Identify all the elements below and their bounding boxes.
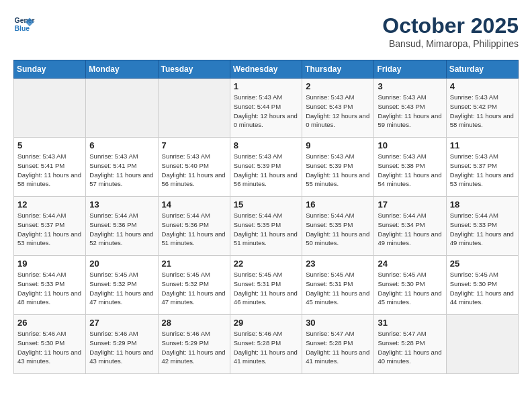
- calendar-table: SundayMondayTuesdayWednesdayThursdayFrid…: [13, 60, 519, 374]
- calendar-cell: 20Sunrise: 5:45 AMSunset: 5:32 PMDayligh…: [86, 256, 158, 315]
- day-number: 10: [378, 140, 442, 150]
- weekday-header-wednesday: Wednesday: [230, 60, 302, 79]
- cell-content: Sunrise: 5:46 AMSunset: 5:29 PMDaylight:…: [89, 329, 154, 366]
- day-number: 21: [162, 259, 226, 269]
- cell-content: Sunrise: 5:44 AMSunset: 5:36 PMDaylight:…: [89, 211, 154, 248]
- calendar-cell: 23Sunrise: 5:45 AMSunset: 5:31 PMDayligh…: [302, 256, 374, 315]
- calendar-cell: 21Sunrise: 5:45 AMSunset: 5:32 PMDayligh…: [158, 256, 230, 315]
- page-header: General Blue October 2025 Bansud, Mimaro…: [13, 13, 519, 49]
- cell-content: Sunrise: 5:47 AMSunset: 5:28 PMDaylight:…: [378, 329, 442, 366]
- day-number: 17: [378, 199, 442, 210]
- day-number: 25: [450, 259, 515, 269]
- logo-icon: General Blue: [13, 13, 35, 35]
- day-number: 31: [378, 318, 442, 328]
- day-number: 7: [162, 140, 226, 150]
- cell-content: Sunrise: 5:43 AMSunset: 5:39 PMDaylight:…: [306, 152, 370, 189]
- calendar-cell: 12Sunrise: 5:44 AMSunset: 5:37 PMDayligh…: [14, 197, 86, 256]
- title-block: October 2025 Bansud, Mimaropa, Philippin…: [382, 13, 519, 49]
- day-number: 11: [450, 140, 515, 150]
- weekday-header-sunday: Sunday: [14, 60, 86, 79]
- calendar-cell: 14Sunrise: 5:44 AMSunset: 5:36 PMDayligh…: [158, 197, 230, 256]
- day-number: 6: [89, 140, 154, 150]
- day-number: 22: [234, 259, 298, 269]
- calendar-cell: 4Sunrise: 5:43 AMSunset: 5:42 PMDaylight…: [446, 79, 518, 138]
- calendar-cell: 27Sunrise: 5:46 AMSunset: 5:29 PMDayligh…: [86, 315, 158, 374]
- day-number: 8: [234, 140, 298, 150]
- cell-content: Sunrise: 5:44 AMSunset: 5:33 PMDaylight:…: [17, 270, 82, 307]
- cell-content: Sunrise: 5:43 AMSunset: 5:40 PMDaylight:…: [162, 152, 226, 189]
- cell-content: Sunrise: 5:43 AMSunset: 5:44 PMDaylight:…: [234, 93, 298, 130]
- calendar-cell: 19Sunrise: 5:44 AMSunset: 5:33 PMDayligh…: [14, 256, 86, 315]
- cell-content: Sunrise: 5:43 AMSunset: 5:39 PMDaylight:…: [234, 152, 298, 189]
- calendar-cell: 1Sunrise: 5:43 AMSunset: 5:44 PMDaylight…: [230, 79, 302, 138]
- day-number: 5: [17, 140, 82, 150]
- month-title: October 2025: [382, 13, 519, 38]
- day-number: 20: [89, 259, 154, 269]
- weekday-header-monday: Monday: [86, 60, 158, 79]
- cell-content: Sunrise: 5:46 AMSunset: 5:29 PMDaylight:…: [162, 329, 226, 366]
- day-number: 2: [306, 81, 370, 91]
- calendar-cell: [14, 79, 86, 138]
- cell-content: Sunrise: 5:45 AMSunset: 5:31 PMDaylight:…: [234, 270, 298, 307]
- logo: General Blue: [13, 13, 35, 35]
- cell-content: Sunrise: 5:43 AMSunset: 5:37 PMDaylight:…: [450, 152, 515, 189]
- day-number: 19: [17, 259, 82, 269]
- calendar-cell: 29Sunrise: 5:46 AMSunset: 5:28 PMDayligh…: [230, 315, 302, 374]
- cell-content: Sunrise: 5:45 AMSunset: 5:30 PMDaylight:…: [450, 270, 515, 307]
- cell-content: Sunrise: 5:46 AMSunset: 5:30 PMDaylight:…: [17, 329, 82, 366]
- day-number: 23: [306, 259, 370, 269]
- calendar-cell: 6Sunrise: 5:43 AMSunset: 5:41 PMDaylight…: [86, 138, 158, 197]
- location-subtitle: Bansud, Mimaropa, Philippines: [382, 38, 519, 49]
- cell-content: Sunrise: 5:44 AMSunset: 5:33 PMDaylight:…: [450, 211, 515, 248]
- calendar-cell: 25Sunrise: 5:45 AMSunset: 5:30 PMDayligh…: [446, 256, 518, 315]
- weekday-header-friday: Friday: [374, 60, 446, 79]
- day-number: 12: [17, 199, 82, 210]
- calendar-cell: 22Sunrise: 5:45 AMSunset: 5:31 PMDayligh…: [230, 256, 302, 315]
- calendar-cell: 10Sunrise: 5:43 AMSunset: 5:38 PMDayligh…: [374, 138, 446, 197]
- day-number: 4: [450, 81, 515, 91]
- day-number: 24: [378, 259, 442, 269]
- calendar-cell: 7Sunrise: 5:43 AMSunset: 5:40 PMDaylight…: [158, 138, 230, 197]
- cell-content: Sunrise: 5:43 AMSunset: 5:41 PMDaylight:…: [89, 152, 154, 189]
- weekday-header-tuesday: Tuesday: [158, 60, 230, 79]
- calendar-cell: 5Sunrise: 5:43 AMSunset: 5:41 PMDaylight…: [14, 138, 86, 197]
- calendar-cell: 24Sunrise: 5:45 AMSunset: 5:30 PMDayligh…: [374, 256, 446, 315]
- day-number: 27: [89, 318, 154, 328]
- day-number: 13: [89, 199, 154, 210]
- cell-content: Sunrise: 5:46 AMSunset: 5:28 PMDaylight:…: [234, 329, 298, 366]
- cell-content: Sunrise: 5:47 AMSunset: 5:28 PMDaylight:…: [306, 329, 370, 366]
- day-number: 9: [306, 140, 370, 150]
- day-number: 29: [234, 318, 298, 328]
- cell-content: Sunrise: 5:44 AMSunset: 5:35 PMDaylight:…: [234, 211, 298, 248]
- cell-content: Sunrise: 5:43 AMSunset: 5:42 PMDaylight:…: [450, 93, 515, 130]
- day-number: 15: [234, 199, 298, 210]
- calendar-cell: 9Sunrise: 5:43 AMSunset: 5:39 PMDaylight…: [302, 138, 374, 197]
- cell-content: Sunrise: 5:43 AMSunset: 5:41 PMDaylight:…: [17, 152, 82, 189]
- calendar-cell: 30Sunrise: 5:47 AMSunset: 5:28 PMDayligh…: [302, 315, 374, 374]
- calendar-cell: [446, 315, 518, 374]
- day-number: 28: [162, 318, 226, 328]
- calendar-cell: [86, 79, 158, 138]
- cell-content: Sunrise: 5:45 AMSunset: 5:32 PMDaylight:…: [89, 270, 154, 307]
- cell-content: Sunrise: 5:44 AMSunset: 5:35 PMDaylight:…: [306, 211, 370, 248]
- calendar-cell: 16Sunrise: 5:44 AMSunset: 5:35 PMDayligh…: [302, 197, 374, 256]
- svg-text:Blue: Blue: [15, 25, 30, 32]
- calendar-cell: 18Sunrise: 5:44 AMSunset: 5:33 PMDayligh…: [446, 197, 518, 256]
- calendar-cell: 17Sunrise: 5:44 AMSunset: 5:34 PMDayligh…: [374, 197, 446, 256]
- day-number: 14: [162, 199, 226, 210]
- calendar-cell: 11Sunrise: 5:43 AMSunset: 5:37 PMDayligh…: [446, 138, 518, 197]
- day-number: 1: [234, 81, 298, 91]
- calendar-cell: 31Sunrise: 5:47 AMSunset: 5:28 PMDayligh…: [374, 315, 446, 374]
- day-number: 3: [378, 81, 442, 91]
- cell-content: Sunrise: 5:44 AMSunset: 5:36 PMDaylight:…: [162, 211, 226, 248]
- weekday-header-saturday: Saturday: [446, 60, 518, 79]
- calendar-cell: [158, 79, 230, 138]
- cell-content: Sunrise: 5:43 AMSunset: 5:43 PMDaylight:…: [378, 93, 442, 130]
- cell-content: Sunrise: 5:45 AMSunset: 5:31 PMDaylight:…: [306, 270, 370, 307]
- day-number: 26: [17, 318, 82, 328]
- day-number: 16: [306, 199, 370, 210]
- calendar-cell: 15Sunrise: 5:44 AMSunset: 5:35 PMDayligh…: [230, 197, 302, 256]
- cell-content: Sunrise: 5:44 AMSunset: 5:37 PMDaylight:…: [17, 211, 82, 248]
- calendar-cell: 2Sunrise: 5:43 AMSunset: 5:43 PMDaylight…: [302, 79, 374, 138]
- cell-content: Sunrise: 5:45 AMSunset: 5:30 PMDaylight:…: [378, 270, 442, 307]
